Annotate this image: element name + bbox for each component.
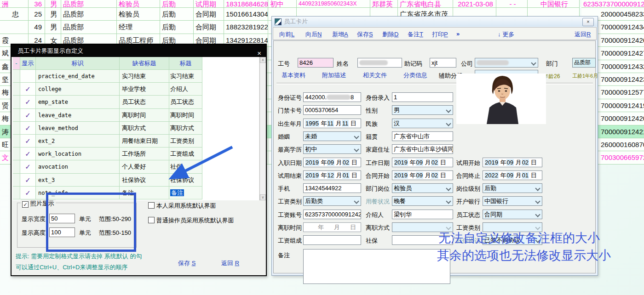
table-cell[interactable]: 检验员	[117, 8, 160, 21]
title-cell[interactable]: 实习结束	[169, 70, 202, 83]
vertical-scrollbar[interactable]: ∧ ∨	[259, 57, 266, 200]
table-cell[interactable]: 6235373700000912672	[581, 0, 644, 8]
form-date-出生年月[interactable]: 1995 年11 月11 日	[303, 119, 361, 128]
form-field-门禁卡号[interactable]: 0005370654	[303, 105, 361, 115]
dialog-titlebar[interactable]: 员工卡片 ×	[272, 17, 598, 27]
chevron-down-icon[interactable]	[354, 134, 359, 139]
table-cell[interactable]: 合同期	[194, 8, 224, 21]
chevron-down-icon[interactable]	[446, 121, 451, 126]
title-cell[interactable]: 离职方式	[169, 122, 202, 135]
default-title-cell[interactable]: 员工状态	[120, 96, 169, 108]
table-cell[interactable]: 后勤	[160, 0, 194, 8]
form-field-介绍人[interactable]: 梁钊华	[392, 210, 453, 219]
row-indicator[interactable]	[13, 148, 20, 160]
table-cell[interactable]: 品质部	[61, 8, 117, 21]
row-indicator[interactable]	[13, 135, 20, 148]
default-title-cell[interactable]: 用餐结束日期	[120, 135, 169, 148]
field-name-cell[interactable]: college	[36, 83, 120, 96]
table-cell[interactable]: 后勤	[160, 8, 194, 21]
tab-2[interactable]: 附加描述	[322, 71, 346, 79]
column-header-default-title[interactable]: 缺省标题	[120, 57, 169, 70]
table-cell[interactable]: 男	[45, 8, 61, 21]
form-date-入职日期[interactable]: 2019 年09 月02 日	[303, 158, 361, 167]
toolbar-button-l[interactable]: 向前L	[279, 30, 294, 39]
table-cell[interactable]: 检验员	[117, 0, 160, 8]
default-title-cell[interactable]: 个人爱好	[120, 160, 169, 173]
column-header-title[interactable]: 标题	[169, 57, 202, 70]
field-name-cell[interactable]: avocation	[36, 160, 120, 173]
default-title-cell[interactable]: 社保协议	[120, 174, 169, 187]
toolbar-button-n[interactable]: 向后N	[305, 30, 322, 39]
table-cell[interactable]: 18823281922	[224, 21, 268, 34]
form-field-工资组成[interactable]	[303, 235, 361, 245]
form-field-手机[interactable]: 13424544922	[303, 183, 361, 193]
form-date-试用结束[interactable]: 2019 年12 月01 日	[303, 170, 361, 180]
form-date-工作日期[interactable]: 2019 年09 月02 日	[392, 158, 453, 167]
table-cell[interactable]: 忠	[0, 8, 29, 21]
name-field[interactable]	[357, 58, 402, 68]
check-icon[interactable]: ✓	[20, 135, 36, 148]
table-cell[interactable]: 男	[45, 0, 61, 8]
form-select-部门岗位[interactable]: 检验员	[392, 183, 453, 193]
field-name-cell[interactable]: practice_end_date	[36, 70, 120, 83]
check-icon[interactable]: ✓	[20, 122, 36, 135]
title-cell[interactable]: 备注	[169, 187, 202, 199]
form-select-婚姻[interactable]: 未婚	[303, 131, 361, 141]
chevron-down-icon[interactable]	[535, 225, 540, 230]
table-cell[interactable]: 49	[29, 21, 45, 34]
tab-1[interactable]: 基本资料	[282, 71, 305, 79]
form-select-最高学历[interactable]: 初中	[303, 144, 361, 154]
table-cell[interactable]: 广东省电白县	[398, 0, 453, 8]
field-name-cell[interactable]: leave_date	[36, 109, 120, 122]
table-cell[interactable]: 初中	[268, 0, 297, 8]
chevron-down-icon[interactable]	[535, 199, 540, 204]
checkbox-checked-icon[interactable]: ✓	[22, 201, 29, 208]
form-field-身份证号[interactable]: 442000.8	[303, 92, 361, 102]
table-cell[interactable]: 经理	[117, 21, 160, 34]
return-button[interactable]: 返回R	[575, 30, 591, 39]
table-cell[interactable]: 中国银行	[528, 0, 580, 8]
column-header-show[interactable]: 显示	[20, 57, 36, 70]
default-title-cell[interactable]: 工作场所	[120, 148, 169, 160]
table-cell[interactable]: 男	[45, 21, 61, 34]
return-button[interactable]: 返回 R	[221, 259, 239, 267]
employee-photo[interactable]	[456, 74, 546, 124]
table-cell[interactable]: 试用期	[194, 0, 224, 8]
field-name-cell[interactable]: emp_state	[36, 96, 120, 108]
check-icon[interactable]: ✓	[20, 174, 36, 187]
form-field-工资账号[interactable]: 6235737000009124211	[303, 210, 361, 219]
chevron-down-icon[interactable]	[446, 199, 451, 204]
toolbar-button-a[interactable]: 新增A	[332, 30, 348, 39]
corner-header[interactable]: -	[13, 57, 20, 70]
column-header-field[interactable]: 标识	[36, 57, 120, 70]
row-indicator[interactable]	[13, 187, 20, 199]
title-cell[interactable]: 介绍人	[169, 83, 202, 96]
row-indicator[interactable]	[13, 109, 20, 122]
form-date-试用开始[interactable]: 2019 年09 月02 日	[483, 158, 542, 167]
table-cell[interactable]: 18318684628	[224, 0, 268, 8]
title-cell[interactable]: 离职时间	[169, 109, 202, 122]
toolbar-button-d[interactable]: 删除D	[382, 30, 398, 39]
row-indicator[interactable]	[13, 160, 20, 173]
table-cell[interactable]: 品质部	[61, 21, 117, 34]
chevron-down-icon[interactable]	[531, 60, 536, 65]
chevron-down-icon[interactable]	[446, 225, 451, 230]
table-cell[interactable]: 36	[29, 0, 45, 8]
table-cell[interactable]: 44092319850602343X	[297, 0, 370, 8]
table-cell[interactable]: 2021-03-08	[453, 0, 496, 8]
row-indicator[interactable]	[13, 70, 20, 83]
table-cell[interactable]: 洲	[0, 0, 29, 8]
chevron-down-icon[interactable]	[354, 147, 359, 152]
field-name-cell[interactable]: leave_method	[36, 122, 120, 135]
show-checkbox-empty[interactable]	[20, 70, 36, 83]
dept-field[interactable]: 品质部	[572, 58, 596, 68]
note-textarea[interactable]	[303, 249, 450, 284]
form-select-岗位级别[interactable]: 后勤	[483, 183, 542, 193]
chevron-down-icon[interactable]	[446, 186, 451, 191]
form-select-员工状态[interactable]: 合同期	[483, 210, 542, 219]
check-icon[interactable]: ✓	[20, 148, 36, 160]
table-cell[interactable]: 郑群英	[370, 0, 398, 8]
default-title-cell[interactable]: 实习结束	[120, 70, 169, 83]
emp-no-field[interactable]: 8426	[298, 58, 334, 68]
chevron-down-icon[interactable]	[535, 212, 540, 217]
